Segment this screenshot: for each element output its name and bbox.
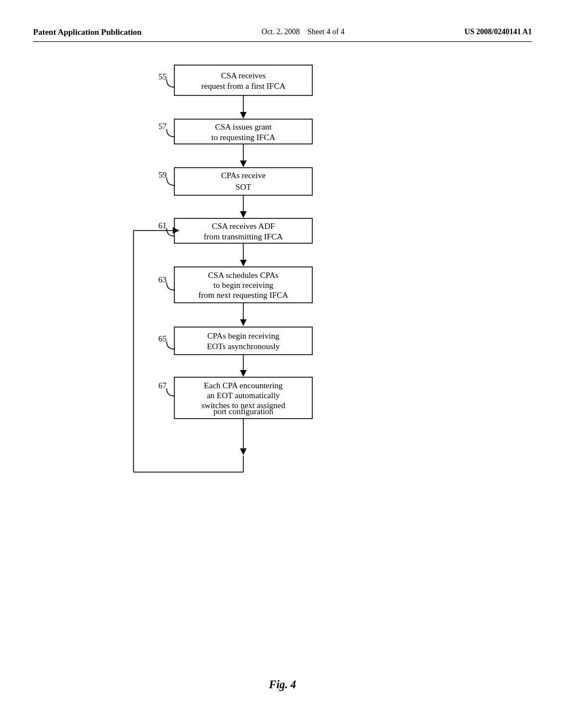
box-57-text-2: to requesting IFCA: [211, 133, 275, 142]
sheet-info: Sheet 4 of 4: [307, 28, 344, 36]
box-67-text-4: port configuration: [214, 407, 274, 416]
label-61: 61: [158, 221, 167, 230]
box-65-text-1: CPAs begin receiving: [207, 331, 280, 340]
box-57-text-1: CSA issues grant: [215, 122, 272, 131]
label-67: 67: [158, 381, 167, 390]
label-65: 65: [158, 334, 167, 343]
arrowhead-65-67: [240, 370, 247, 377]
patent-number: US 2008/0240141 A1: [465, 28, 532, 36]
box-67-text-1: Each CPA encountering: [204, 381, 283, 390]
arrowhead-down-67: [240, 448, 247, 455]
box-65-text-2: EOTs asynchronously: [207, 342, 280, 351]
box-61-text-2: from transmitting IFCA: [204, 232, 282, 241]
flowchart-svg: 55 CSA receives request from a first IFC…: [117, 58, 448, 654]
box-55: [174, 65, 312, 95]
label-55: 55: [158, 72, 167, 81]
arrowhead-63-65: [240, 319, 247, 326]
header: Patent Application Publication Oct. 2, 2…: [33, 28, 532, 42]
label-57: 57: [158, 122, 167, 131]
bracket-67: [167, 388, 174, 396]
bracket-57: [167, 129, 174, 137]
arrowhead-59-61: [240, 211, 247, 218]
bracket-63: [167, 282, 174, 290]
arrowhead-57-59: [240, 160, 247, 167]
fig-label: Fig. 4: [269, 678, 296, 690]
diagram-area: 55 CSA receives request from a first IFC…: [33, 58, 532, 656]
box-59-text-1: CPAs receive: [221, 171, 266, 180]
arrowhead-55-57: [240, 112, 247, 119]
bracket-65: [167, 341, 174, 349]
publication-title: Patent Application Publication: [33, 28, 142, 37]
bracket-55: [167, 79, 174, 87]
arrowhead-61-63: [240, 260, 247, 266]
label-59: 59: [158, 170, 167, 179]
page: Patent Application Publication Oct. 2, 2…: [0, 0, 565, 728]
bracket-59: [167, 178, 174, 185]
box-67-text-2: an EOT automatically: [207, 391, 280, 400]
figure-caption: Fig. 4: [33, 678, 532, 691]
box-55-text-1: CSA receives: [221, 71, 265, 80]
box-59-text-2: SOT: [236, 183, 251, 191]
pub-date: Oct. 2, 2008: [262, 28, 300, 36]
box-55-text-2: request from a first IFCA: [201, 82, 286, 90]
header-center: Oct. 2, 2008 Sheet 4 of 4: [262, 28, 344, 36]
box-63-text-2: to begin receiving: [214, 281, 274, 290]
box-63-text-3: from next requesting IFCA: [199, 291, 289, 299]
flowchart: 55 CSA receives request from a first IFC…: [117, 58, 448, 656]
label-63: 63: [158, 275, 167, 284]
box-63-text-1: CSA schedules CPAs: [208, 271, 279, 280]
box-61-text-1: CSA receives ADF: [212, 222, 275, 231]
